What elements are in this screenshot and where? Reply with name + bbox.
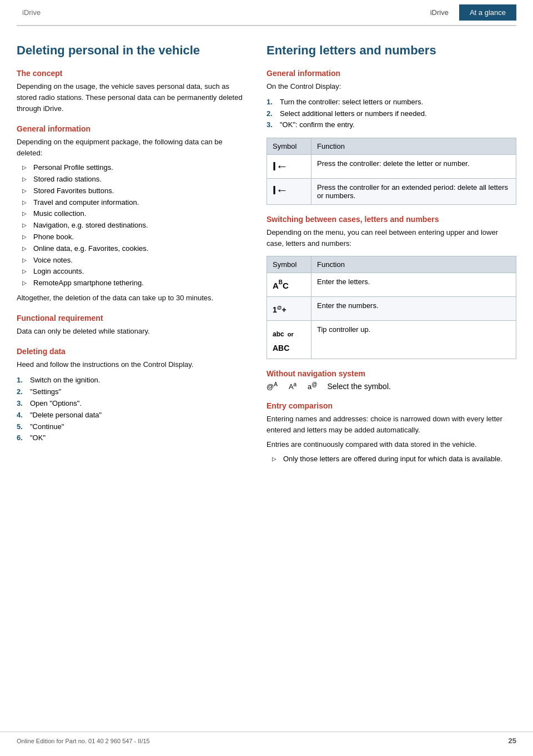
list-item: 2. "Settings" <box>17 386 250 398</box>
table-row: 1@+ Enter the numbers. <box>267 297 516 321</box>
table-row: ABC Enter the letters. <box>267 273 516 297</box>
list-item: 1. Switch on the ignition. <box>17 375 250 386</box>
table2-col1-header: Symbol <box>267 256 311 273</box>
list-item: Only those letters are offered during in… <box>272 453 516 465</box>
nav-symbol2: Aa <box>289 381 296 391</box>
left-column: Deleting personal in the vehicle The con… <box>17 43 250 468</box>
table2-row3-function: Tip controller up. <box>311 321 516 359</box>
table2-row2-function: Enter the numbers. <box>311 297 516 321</box>
page-footer: Online Edition for Part no. 01 40 2 960 … <box>0 732 533 745</box>
right-general-info-heading: General information <box>266 69 516 78</box>
table-row: I← Press the controller: delete the lett… <box>267 155 516 179</box>
list-item: Stored radio stations. <box>22 174 250 185</box>
table2-row1-function: Enter the letters. <box>311 273 516 297</box>
page-header: iDrive iDrive At a glance <box>17 0 516 26</box>
table-row: I← Press the controller for an extended … <box>267 179 516 205</box>
functional-req-heading: Functional requirement <box>17 314 250 322</box>
right-section-title: Entering letters and numbers <box>266 43 516 59</box>
list-item: Music collection. <box>22 208 250 220</box>
tab-idrive[interactable]: iDrive <box>420 4 459 21</box>
altogether-text: Altogether, the deletion of the data can… <box>17 293 250 304</box>
list-item: 4. "Delete personal data" <box>17 410 250 421</box>
right-column: Entering letters and numbers General inf… <box>266 43 516 468</box>
bullet-list: Personal Profile settings. Stored radio … <box>22 162 250 289</box>
list-item: Navigation, e.g. stored destinations. <box>22 220 250 231</box>
list-item: Stored Favorites buttons. <box>22 185 250 197</box>
without-nav-text: Select the symbol. <box>328 382 391 391</box>
list-item: 5. "Continue" <box>17 421 250 433</box>
list-item: 6. "OK" <box>17 432 250 444</box>
table-row: abc or ABC Tip controller up. <box>267 321 516 359</box>
table2-row1-symbol: ABC <box>267 273 311 297</box>
table1-row2-symbol: I← <box>267 179 311 205</box>
list-item: Online data, e.g. Favorites, cookies. <box>22 243 250 255</box>
entry-comparison-text1: Entering names and addresses: choice is … <box>266 414 516 436</box>
list-item: Voice notes. <box>22 255 250 266</box>
tab-at-a-glance[interactable]: At a glance <box>459 4 516 21</box>
table1-row1-function: Press the controller: delete the letter … <box>311 155 516 179</box>
right-steps-list: 1. Turn the controller: select letters o… <box>266 97 516 131</box>
list-item: Login accounts. <box>22 266 250 278</box>
concept-heading: The concept <box>17 69 250 78</box>
list-item: Phone book. <box>22 231 250 243</box>
symbol-function-table1: Symbol Function I← Press the controller:… <box>266 138 516 205</box>
table1-row2-function: Press the controller for an extended per… <box>311 179 516 205</box>
deleting-data-heading: Deleting data <box>17 347 250 356</box>
left-section-title: Deleting personal in the vehicle <box>17 43 250 59</box>
entry-bullet-list: Only those letters are offered during in… <box>272 453 516 465</box>
switching-heading: Switching between cases, letters and num… <box>266 215 516 224</box>
functional-req-text: Data can only be deleted while stationar… <box>17 326 250 337</box>
table2-col2-header: Function <box>311 256 516 273</box>
general-info-heading: General information <box>17 124 250 133</box>
deleting-data-text: Heed and follow the instructions on the … <box>17 359 250 370</box>
without-nav-heading: Without navigation system <box>266 369 516 378</box>
main-content: Deleting personal in the vehicle The con… <box>0 26 533 502</box>
steps-list: 1. Switch on the ignition. 2. "Settings"… <box>17 375 250 444</box>
nav-symbol1: @A <box>266 381 278 391</box>
header-tabs: iDrive At a glance <box>420 4 516 21</box>
general-info-text: Depending on the equipment package, the … <box>17 137 250 159</box>
footer-text: Online Edition for Part no. 01 40 2 960 … <box>17 738 150 744</box>
symbol-function-table2: Symbol Function ABC Enter the letters. 1… <box>266 256 516 359</box>
table1-col1-header: Symbol <box>267 138 311 155</box>
nav-symbol3: a@ <box>308 381 317 391</box>
entry-comparison-text2: Entries are continuously compared with d… <box>266 439 516 450</box>
list-item: 3. Open "Options". <box>17 398 250 410</box>
table2-row3-symbol: abc or ABC <box>267 321 311 359</box>
list-item: Travel and computer information. <box>22 197 250 209</box>
concept-text: Depending on the usage, the vehicle save… <box>17 81 250 114</box>
list-item: 3. "OK": confirm the entry. <box>266 119 516 131</box>
table1-row1-symbol: I← <box>267 155 311 179</box>
list-item: 2. Select additional letters or numbers … <box>266 108 516 120</box>
switching-text: Depending on the menu, you can reel betw… <box>266 227 516 249</box>
table2-row2-symbol: 1@+ <box>267 297 311 321</box>
table1-col2-header: Function <box>311 138 516 155</box>
list-item: 1. Turn the controller: select letters o… <box>266 97 516 108</box>
header-left-label: iDrive <box>17 8 41 17</box>
entry-comparison-heading: Entry comparison <box>266 401 516 410</box>
without-nav-symbols-row: @A Aa a@ Select the symbol. <box>266 381 516 391</box>
page-number: 25 <box>509 737 516 745</box>
right-general-info-text: On the Control Display: <box>266 81 516 92</box>
list-item: Personal Profile settings. <box>22 162 250 174</box>
list-item: RemoteApp smartphone tethering. <box>22 278 250 289</box>
